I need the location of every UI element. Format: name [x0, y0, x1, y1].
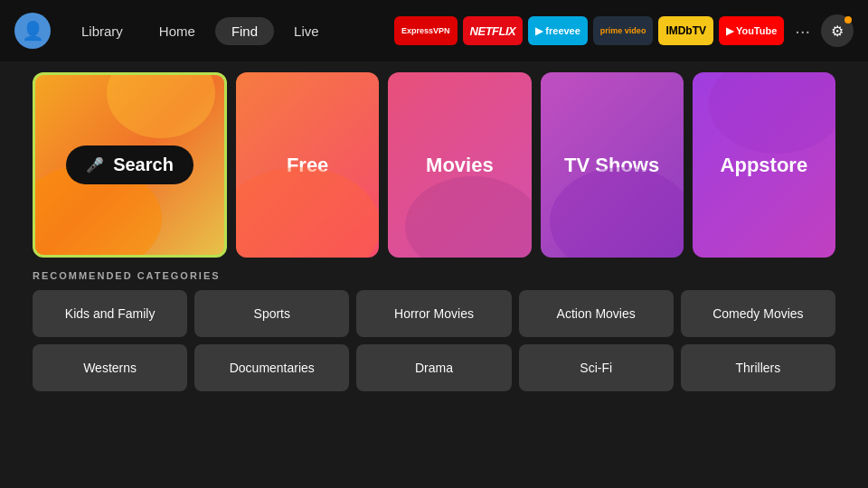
microphone-icon: 🎤: [86, 156, 104, 174]
avatar-icon: 👤: [22, 20, 44, 42]
tile-movies[interactable]: Movies: [388, 72, 531, 258]
search-pill: 🎤 Search: [66, 145, 193, 184]
main-tiles: 🎤 Search Free Movies TV Shows Appstore: [0, 61, 868, 258]
category-thrillers[interactable]: Thrillers: [681, 344, 835, 391]
settings-notification-dot: [844, 16, 852, 23]
gear-icon: ⚙: [831, 23, 844, 40]
more-button[interactable]: ···: [789, 21, 816, 42]
category-comedy-movies[interactable]: Comedy Movies: [681, 290, 835, 337]
top-nav: 👤 Library Home Find Live ExpressVPN NETF…: [0, 0, 868, 61]
search-label: Search: [113, 155, 174, 175]
tile-appstore-label: Appstore: [721, 154, 808, 177]
categories-section: RECOMMENDED CATEGORIES Kids and Family S…: [0, 258, 868, 391]
category-grid: Kids and Family Sports Horror Movies Act…: [33, 290, 835, 391]
nav-links: Library Home Find Live: [65, 17, 335, 45]
category-horror-movies[interactable]: Horror Movies: [356, 290, 511, 337]
nav-library[interactable]: Library: [65, 17, 139, 45]
app-imdb[interactable]: IMDbTV: [658, 16, 713, 45]
tile-movies-label: Movies: [426, 154, 494, 177]
tile-free[interactable]: Free: [236, 72, 379, 258]
nav-home[interactable]: Home: [143, 17, 212, 45]
tile-tvshows[interactable]: TV Shows: [541, 72, 684, 258]
categories-title: RECOMMENDED CATEGORIES: [33, 270, 835, 281]
category-documentaries[interactable]: Documentaries: [194, 344, 349, 391]
app-expressvpn[interactable]: ExpressVPN: [394, 16, 458, 45]
app-youtube[interactable]: ▶ YouTube: [719, 16, 784, 45]
category-sports[interactable]: Sports: [194, 290, 349, 337]
category-action-movies[interactable]: Action Movies: [519, 290, 674, 337]
tile-free-label: Free: [287, 154, 328, 177]
app-freevee[interactable]: ▶ freevee: [528, 16, 588, 45]
app-prime[interactable]: prime video: [593, 16, 654, 45]
app-netflix[interactable]: NETFLIX: [463, 16, 524, 45]
avatar[interactable]: 👤: [14, 13, 51, 49]
tile-appstore[interactable]: Appstore: [693, 72, 835, 258]
tile-search[interactable]: 🎤 Search: [33, 72, 227, 258]
category-kids-family[interactable]: Kids and Family: [33, 290, 187, 337]
nav-find[interactable]: Find: [215, 17, 274, 45]
category-drama[interactable]: Drama: [356, 344, 511, 391]
category-westerns[interactable]: Westerns: [33, 344, 187, 391]
tile-tvshows-label: TV Shows: [564, 154, 659, 177]
nav-apps: ExpressVPN NETFLIX ▶ freevee prime video…: [394, 14, 854, 47]
nav-live[interactable]: Live: [278, 17, 335, 45]
settings-button[interactable]: ⚙: [821, 14, 854, 47]
category-scifi[interactable]: Sci-Fi: [519, 344, 674, 391]
